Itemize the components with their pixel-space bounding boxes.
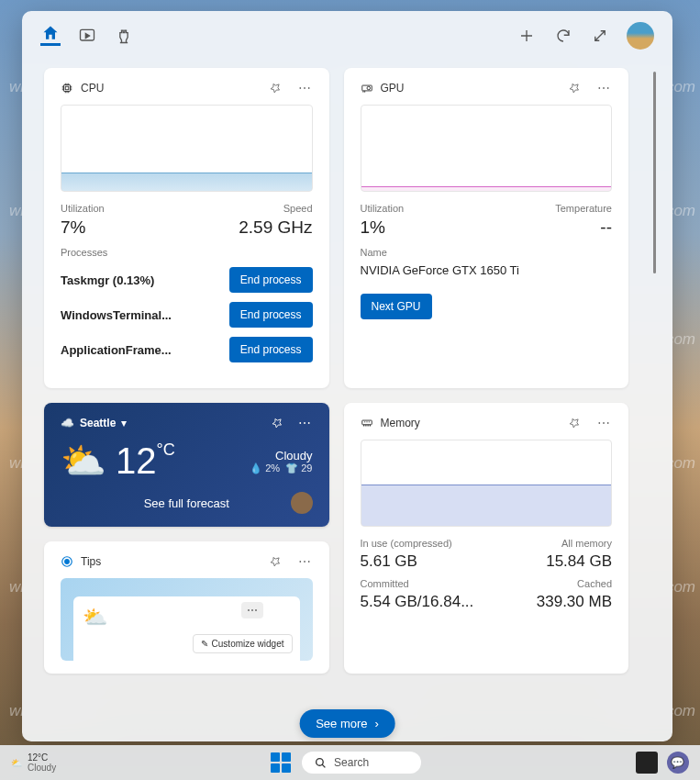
gpu-temp-value: --	[600, 217, 612, 238]
see-more-button[interactable]: See more ›	[299, 709, 395, 738]
forecast-link[interactable]: See full forecast	[144, 496, 229, 510]
processes-label: Processes	[61, 247, 313, 258]
gpu-name-label: Name	[361, 247, 613, 258]
start-button[interactable]	[271, 752, 291, 773]
play-icon[interactable]	[77, 26, 97, 46]
svg-rect-1	[64, 85, 71, 92]
search-placeholder: Search	[334, 756, 369, 769]
mem-cached-value: 339.30 MB	[537, 593, 612, 611]
svg-point-8	[317, 758, 324, 765]
mem-committed-value: 5.54 GB/16.84...	[361, 593, 474, 611]
cards-container: CPU ⋯ Utilization Speed 7% 2.59 GHz Proc…	[22, 57, 672, 741]
mem-all-label: All memory	[561, 538, 612, 549]
gpu-chart	[361, 105, 613, 192]
weather-icon: ⛅	[11, 758, 22, 768]
weather-temp: 12	[116, 440, 157, 481]
taskbar-search[interactable]: Search	[302, 752, 421, 774]
taskbar: ⛅ 12°C Cloudy Search 💬	[0, 745, 700, 780]
pin-icon[interactable]	[568, 417, 581, 429]
more-icon[interactable]: ⋯	[597, 81, 612, 95]
mem-inuse-label: In use (compressed)	[361, 538, 452, 549]
expand-icon[interactable]	[590, 26, 610, 46]
taskbar-chat-icon[interactable]: 💬	[667, 752, 689, 774]
process-row: ApplicationFrame... End process	[61, 337, 313, 362]
gpu-widget: GPU ⋯ Utilization Temperature 1% -- Name…	[344, 68, 629, 388]
process-name: Taskmgr (0.13%)	[61, 273, 154, 287]
gpu-temp-label: Temperature	[555, 203, 612, 214]
memory-title: Memory	[381, 417, 420, 429]
gpu-util-value: 1%	[361, 217, 385, 238]
pencil-icon: ✎	[201, 639, 208, 649]
cpu-speed-value: 2.59 GHz	[239, 217, 312, 238]
cpu-speed-label: Speed	[283, 203, 313, 214]
gpu-icon	[361, 82, 373, 95]
gpu-name-value: NVIDIA GeForce GTX 1650 Ti	[361, 263, 613, 277]
svg-point-7	[65, 560, 70, 564]
sun-cloud-icon: ⛅	[83, 606, 107, 629]
cpu-chart	[61, 105, 313, 192]
tips-widget: Tips ⋯ ⛅ ⋯ ✎ Customize widget	[44, 541, 329, 674]
next-gpu-button[interactable]: Next GPU	[361, 294, 432, 319]
memory-chart	[361, 440, 613, 527]
mem-all-value: 15.84 GB	[546, 552, 612, 571]
end-process-button[interactable]: End process	[229, 337, 313, 362]
weather-city: Seattle	[80, 417, 116, 429]
tips-icon	[61, 555, 73, 568]
chevron-down-icon[interactable]: ▾	[121, 417, 127, 429]
user-avatar[interactable]	[627, 22, 654, 50]
see-more-label: See more	[316, 717, 367, 730]
home-icon[interactable]	[40, 26, 61, 46]
gpu-util-label: Utilization	[361, 203, 405, 214]
search-icon	[315, 757, 327, 769]
moon-icon	[291, 492, 313, 514]
chevron-right-icon: ›	[375, 717, 379, 730]
svg-rect-2	[65, 86, 69, 90]
memory-icon	[361, 417, 373, 429]
mem-cached-label: Cached	[577, 578, 612, 589]
weather-unit: °C	[157, 440, 175, 459]
panel-header	[22, 11, 672, 57]
pin-icon[interactable]	[269, 555, 282, 568]
end-process-button[interactable]: End process	[229, 302, 313, 328]
cpu-widget: CPU ⋯ Utilization Speed 7% 2.59 GHz Proc…	[44, 68, 329, 388]
process-name: ApplicationFrame...	[61, 343, 172, 357]
add-widget-icon[interactable]	[517, 26, 537, 46]
widgets-panel: CPU ⋯ Utilization Speed 7% 2.59 GHz Proc…	[22, 11, 672, 741]
gpu-title: GPU	[381, 82, 405, 95]
more-icon[interactable]: ⋯	[298, 81, 313, 95]
end-process-button[interactable]: End process	[229, 267, 313, 293]
weather-cloud-icon: ☁️	[61, 417, 74, 429]
cpu-icon	[61, 82, 73, 95]
process-row: WindowsTerminal... End process	[61, 302, 313, 328]
cpu-title: CPU	[81, 82, 104, 95]
tips-title: Tips	[81, 555, 101, 568]
ellipsis-icon: ⋯	[241, 602, 263, 618]
cpu-util-label: Utilization	[61, 203, 105, 214]
cpu-util-value: 7%	[61, 217, 85, 238]
customize-widget-button[interactable]: ✎ Customize widget	[193, 634, 293, 653]
pin-icon[interactable]	[271, 417, 283, 429]
chess-icon[interactable]	[114, 26, 134, 46]
customize-label: Customize widget	[212, 639, 284, 649]
weather-humidity: 2%	[265, 462, 280, 474]
pin-icon[interactable]	[269, 82, 282, 95]
mem-inuse-value: 5.61 GB	[361, 552, 417, 571]
mem-committed-label: Committed	[361, 578, 409, 589]
weather-condition: Cloudy	[250, 449, 312, 462]
more-icon[interactable]: ⋯	[298, 416, 313, 430]
more-icon[interactable]: ⋯	[597, 416, 612, 430]
scrollbar[interactable]	[653, 72, 656, 273]
weather-condition-icon: ⛅	[61, 440, 106, 483]
refresh-icon[interactable]	[553, 26, 573, 46]
pin-icon[interactable]	[568, 82, 581, 95]
more-icon[interactable]: ⋯	[298, 554, 313, 569]
weather-widget[interactable]: ☁️ Seattle ▾ ⋯ ⛅ 12°C Cloudy 💧 2% 👕 29	[44, 403, 329, 527]
tips-illustration: ⛅ ⋯ ✎ Customize widget	[61, 578, 313, 661]
taskbar-weather[interactable]: ⛅ 12°C Cloudy	[11, 752, 56, 773]
process-name: WindowsTerminal...	[61, 308, 172, 322]
memory-widget: Memory ⋯ In use (compressed) All memory …	[344, 403, 629, 674]
svg-rect-5	[361, 420, 372, 425]
weather-feels: 29	[301, 462, 312, 474]
taskbar-app-icon[interactable]	[636, 752, 658, 774]
taskbar-temp: 12°C	[28, 752, 56, 763]
